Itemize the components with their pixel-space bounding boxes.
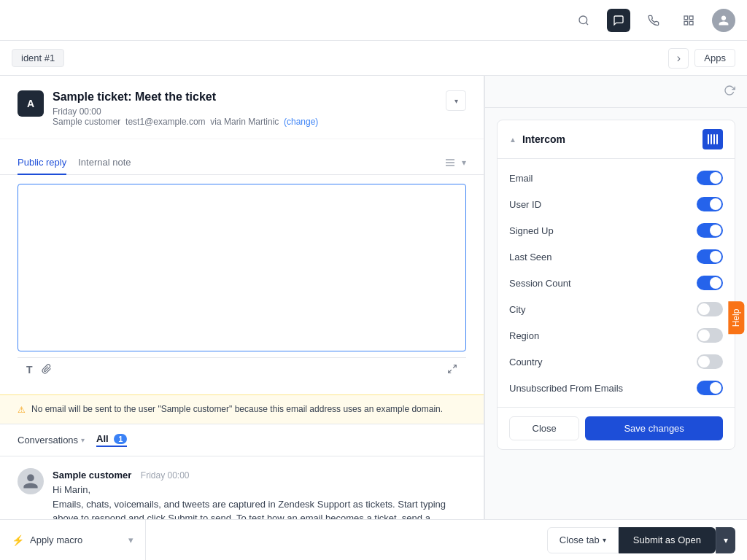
toggle-label: Last Seen bbox=[509, 252, 552, 262]
apps-button[interactable]: Apps bbox=[694, 49, 735, 67]
svg-rect-10 bbox=[713, 134, 715, 144]
macro-label: Apply macro bbox=[30, 534, 82, 545]
svg-line-7 bbox=[449, 370, 452, 373]
svg-rect-4 bbox=[689, 21, 693, 25]
warning-bar: ⚠ No email will be sent to the user "Sam… bbox=[0, 394, 484, 424]
svg-rect-9 bbox=[711, 134, 712, 144]
toggle-email[interactable] bbox=[697, 171, 723, 185]
avatar[interactable] bbox=[712, 9, 735, 32]
message-author: Sample customer bbox=[53, 470, 131, 481]
chat-icon[interactable] bbox=[607, 9, 630, 32]
help-button[interactable]: Help bbox=[729, 302, 745, 335]
intercom-header[interactable]: ▲ Intercom bbox=[498, 120, 735, 158]
ticket-customer: Sample customer bbox=[53, 117, 120, 127]
svg-line-6 bbox=[453, 365, 456, 368]
toggle-country[interactable] bbox=[697, 354, 723, 369]
toggle-label: Session Count bbox=[509, 278, 571, 289]
reply-tabs: Public reply Internal note ▾ bbox=[0, 151, 484, 175]
text-format-icon[interactable]: T bbox=[26, 364, 33, 377]
toggle-row: City bbox=[498, 296, 735, 322]
toggle-row: Country bbox=[498, 349, 735, 375]
all-badge: 1 bbox=[114, 434, 127, 444]
conversations-header: Conversations ▾ All 1 bbox=[0, 424, 484, 456]
conversations-dropdown[interactable]: Conversations ▾ bbox=[18, 435, 85, 446]
apply-macro-button[interactable]: ⚡ Apply macro ▾ bbox=[0, 520, 146, 560]
tab-internal-note[interactable]: Internal note bbox=[78, 151, 131, 175]
expand-icon[interactable] bbox=[447, 364, 457, 377]
phone-icon[interactable] bbox=[642, 9, 665, 32]
toggle-row: User ID bbox=[498, 191, 735, 217]
attachment-icon[interactable] bbox=[42, 364, 52, 377]
ticket-time: Friday 00:00 bbox=[53, 106, 101, 117]
search-icon[interactable] bbox=[572, 9, 595, 32]
toggle-user-id[interactable] bbox=[697, 197, 723, 211]
svg-rect-3 bbox=[689, 16, 693, 20]
toggle-label: User ID bbox=[509, 199, 541, 210]
tab-public-reply[interactable]: Public reply bbox=[18, 151, 66, 175]
refresh-icon[interactable] bbox=[724, 85, 735, 98]
submit-chevron-button[interactable]: ▾ bbox=[716, 527, 735, 553]
submit-button[interactable]: Submit as Open bbox=[619, 527, 716, 553]
ticket-dropdown-button[interactable]: ▾ bbox=[446, 90, 466, 111]
toggle-row: Region bbox=[498, 322, 735, 349]
save-changes-button[interactable]: Save changes bbox=[585, 416, 723, 440]
reply-editor[interactable] bbox=[18, 184, 466, 351]
toggle-label: Unsubscribed From Emails bbox=[509, 383, 623, 394]
close-tab-button[interactable]: Close tab ▾ bbox=[547, 527, 619, 553]
reply-tab-actions: ▾ bbox=[444, 151, 466, 174]
svg-rect-5 bbox=[684, 21, 688, 25]
svg-point-0 bbox=[579, 16, 587, 24]
breadcrumb-arrow[interactable]: › bbox=[668, 48, 689, 69]
conversations-chevron-icon: ▾ bbox=[81, 436, 85, 444]
conversations-tabs: All 1 bbox=[96, 433, 127, 447]
main-content: A Sample ticket: Meet the ticket Friday … bbox=[0, 76, 747, 560]
ticket-title: Sample ticket: Meet the ticket bbox=[53, 90, 318, 104]
toolbar-left: T bbox=[26, 364, 52, 377]
toggle-label: Signed Up bbox=[509, 225, 554, 236]
toggle-row: Signed Up bbox=[498, 217, 735, 244]
svg-line-1 bbox=[586, 23, 588, 25]
reply-action-icon[interactable] bbox=[444, 157, 456, 168]
bottom-right: Close tab ▾ Submit as Open ▾ bbox=[547, 527, 747, 553]
intercom-title-label: Intercom bbox=[522, 133, 565, 145]
right-panel-header bbox=[485, 76, 747, 108]
toggle-label: Country bbox=[509, 357, 543, 368]
grid-icon[interactable] bbox=[677, 9, 700, 32]
message-time: Friday 00:00 bbox=[141, 470, 190, 481]
toggle-city[interactable] bbox=[697, 302, 723, 316]
submit-group: Close tab ▾ Submit as Open ▾ bbox=[547, 527, 735, 553]
macro-icon: ⚡ bbox=[12, 534, 24, 546]
top-nav bbox=[0, 0, 747, 41]
reply-area: Public reply Internal note ▾ T bbox=[0, 139, 484, 394]
ticket-header: A Sample ticket: Meet the ticket Friday … bbox=[0, 76, 484, 139]
toggle-row: Unsubscribed From Emails bbox=[498, 375, 735, 401]
toggle-signed-up[interactable] bbox=[697, 223, 723, 238]
toggle-row: Session Count bbox=[498, 270, 735, 296]
svg-rect-11 bbox=[716, 134, 718, 144]
ticket-info: Sample ticket: Meet the ticket Friday 00… bbox=[53, 90, 318, 127]
ticket-logo: A bbox=[18, 90, 44, 117]
left-panel: A Sample ticket: Meet the ticket Friday … bbox=[0, 76, 484, 560]
ticket-change-link[interactable]: (change) bbox=[284, 117, 318, 127]
toggle-label: City bbox=[509, 304, 525, 315]
intercom-collapse-icon: ▲ bbox=[509, 136, 516, 144]
reply-chevron-icon: ▾ bbox=[462, 158, 466, 168]
ticket-email: test1@example.com bbox=[125, 117, 206, 127]
toggle-last-seen[interactable] bbox=[697, 249, 723, 264]
bottom-bar: ⚡ Apply macro ▾ Close tab ▾ Submit as Op… bbox=[0, 519, 747, 560]
breadcrumb-bar: ident #1 › Apps bbox=[0, 41, 747, 76]
toggle-unsubscribed-from-emails[interactable] bbox=[697, 381, 723, 395]
tab-all[interactable]: All 1 bbox=[96, 433, 127, 447]
right-panel: ▲ Intercom EmailUser IDSigned UpLast See… bbox=[484, 76, 747, 560]
toggle-label: Region bbox=[509, 330, 539, 341]
breadcrumb-right: › Apps bbox=[668, 48, 735, 69]
toggle-list: EmailUser IDSigned UpLast SeenSession Co… bbox=[498, 159, 735, 407]
intercom-footer: Close Save changes bbox=[498, 407, 735, 449]
close-button[interactable]: Close bbox=[509, 416, 579, 440]
warning-icon: ⚠ bbox=[18, 403, 26, 416]
ticket-meta: Friday 00:00 Sample customer test1@examp… bbox=[53, 106, 318, 127]
toggle-session-count[interactable] bbox=[697, 276, 723, 290]
svg-rect-8 bbox=[708, 134, 709, 144]
toggle-row: Last Seen bbox=[498, 244, 735, 270]
toggle-region[interactable] bbox=[697, 328, 723, 343]
